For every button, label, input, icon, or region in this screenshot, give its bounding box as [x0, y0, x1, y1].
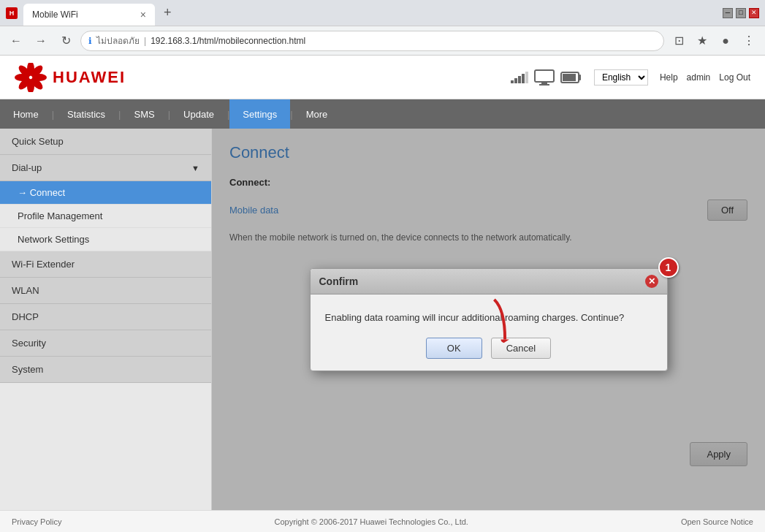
nav-item-statistics[interactable]: Statistics	[54, 99, 118, 129]
ok-button[interactable]: OK	[426, 338, 482, 359]
page-content: HUAWEI	[0, 56, 765, 532]
sidebar-security-label: Security	[12, 338, 46, 349]
open-source-link[interactable]: Open Source Notice	[681, 517, 753, 526]
browser-toolbar: ← → ↻ ℹ ไม่ปลอดภัย | 192.168.3.1/html/mo…	[0, 26, 765, 56]
nav-item-more[interactable]: More	[293, 99, 341, 129]
modal-title: Confirm	[319, 276, 359, 287]
sidebar-section-dialup: Dial-up ▼ Connect Profile Management Net…	[0, 155, 211, 251]
confirm-dialog: Confirm ✕ Enabling data roaming will inc…	[310, 268, 668, 371]
hw-logo: HUAWEI	[15, 63, 126, 92]
tab-close-button[interactable]: ×	[140, 9, 146, 20]
maximize-button[interactable]: □	[736, 8, 746, 18]
browser-titlebar: H Mobile WiFi × + ─ □ ✕	[0, 0, 765, 26]
bookmark-button[interactable]: ★	[692, 31, 712, 51]
modal-overlay: Confirm ✕ Enabling data roaming will inc…	[212, 129, 765, 510]
tab-title: Mobile WiFi	[32, 10, 78, 20]
hw-sidebar: Quick Setup Dial-up ▼ Connect Profile Ma…	[0, 129, 212, 510]
nav-item-update[interactable]: Update	[170, 99, 227, 129]
sidebar-header-system[interactable]: System	[0, 357, 211, 383]
browser-tab[interactable]: Mobile WiFi ×	[23, 4, 155, 26]
sidebar-wifi-extender-label: Wi-Fi Extender	[12, 259, 75, 270]
privacy-policy-link[interactable]: Privacy Policy	[12, 517, 61, 526]
sidebar-header-wlan[interactable]: WLAN	[0, 278, 211, 304]
sidebar-section-wlan: WLAN	[0, 278, 211, 304]
sidebar-header-dhcp[interactable]: DHCP	[0, 304, 211, 330]
window-controls: ─ □ ✕	[723, 8, 759, 18]
sidebar-system-label: System	[12, 364, 43, 375]
logout-link[interactable]: Log Out	[719, 72, 750, 83]
battery-icon	[560, 71, 582, 84]
nav-item-home[interactable]: Home	[0, 99, 52, 129]
huawei-logo-icon	[15, 63, 47, 92]
cast-button[interactable]: ⊡	[669, 31, 689, 51]
modal-titlebar: Confirm ✕	[311, 269, 667, 294]
modal-body: Enabling data roaming will incur additio…	[311, 294, 667, 370]
hw-footer: Privacy Policy Copyright © 2006-2017 Hua…	[0, 510, 765, 532]
nav-item-settings[interactable]: Settings	[229, 99, 290, 129]
monitor-icon	[534, 69, 555, 86]
copyright-text: Copyright © 2006-2017 Huawei Technologie…	[275, 517, 468, 526]
browser-favicon: H	[6, 7, 18, 19]
hw-status-icons	[511, 69, 582, 86]
close-button[interactable]: ✕	[749, 8, 759, 18]
address-text: 192.168.3.1/html/mobileconnection.html	[151, 36, 656, 46]
help-link[interactable]: Help	[660, 72, 678, 83]
sidebar-item-profile-management[interactable]: Profile Management	[0, 205, 211, 228]
modal-message: Enabling data roaming will incur additio…	[325, 312, 652, 323]
refresh-button[interactable]: ↻	[56, 31, 76, 51]
hw-content: Connect Connect: Mobile data Off When th…	[212, 129, 765, 510]
sidebar-header-security[interactable]: Security	[0, 330, 211, 357]
admin-label: admin	[687, 72, 711, 83]
sidebar-header-dialup[interactable]: Dial-up ▼	[0, 155, 211, 181]
svg-rect-12	[579, 75, 581, 80]
sidebar-dhcp-label: DHCP	[12, 311, 39, 322]
address-bar[interactable]: ℹ ไม่ปลอดภัย | 192.168.3.1/html/mobileco…	[80, 31, 664, 51]
sidebar-wlan-label: WLAN	[12, 285, 39, 296]
language-select[interactable]: English	[594, 69, 648, 86]
sidebar-section-dhcp: DHCP	[0, 304, 211, 330]
sidebar-quick-setup-label: Quick Setup	[12, 136, 64, 147]
hw-header-right: English Help admin Log Out	[511, 69, 750, 86]
browser-frame: H Mobile WiFi × + ─ □ ✕ ← → ↻ ℹ ไม่ปลอดภ…	[0, 0, 765, 532]
profile-button[interactable]: ●	[715, 31, 736, 51]
hw-header: HUAWEI	[0, 56, 765, 99]
sidebar-dialup-arrow: ▼	[191, 164, 199, 172]
minimize-button[interactable]: ─	[723, 8, 733, 18]
sidebar-section-system: System	[0, 357, 211, 383]
security-label: ไม่ปลอดภัย	[96, 34, 140, 48]
address-separator: |	[144, 36, 146, 46]
svg-rect-8	[535, 70, 554, 82]
sidebar-section-security: Security	[0, 330, 211, 357]
new-tab-button[interactable]: +	[161, 5, 175, 20]
nav-item-sms[interactable]: SMS	[121, 99, 167, 129]
sidebar-item-connect[interactable]: Connect	[0, 181, 211, 205]
cancel-button[interactable]: Cancel	[491, 338, 551, 359]
svg-rect-13	[563, 74, 576, 81]
hw-main: Quick Setup Dial-up ▼ Connect Profile Ma…	[0, 129, 765, 510]
forward-button[interactable]: →	[31, 31, 51, 51]
back-button[interactable]: ←	[6, 31, 26, 51]
svg-rect-9	[541, 82, 547, 84]
security-icon: ℹ	[88, 36, 92, 46]
modal-close-button[interactable]: ✕	[645, 275, 658, 288]
hw-logo-text: HUAWEI	[53, 68, 126, 87]
sidebar-header-wifi-extender[interactable]: Wi-Fi Extender	[0, 251, 211, 278]
sidebar-dialup-label: Dial-up	[12, 162, 42, 173]
signal-icon	[511, 72, 528, 83]
menu-button[interactable]: ⋮	[739, 31, 759, 51]
modal-buttons: OK Cancel	[325, 338, 652, 359]
sidebar-section-quick-setup: Quick Setup	[0, 129, 211, 155]
sidebar-header-quick-setup[interactable]: Quick Setup	[0, 129, 211, 155]
toolbar-actions: ⊡ ★ ● ⋮	[669, 31, 759, 51]
hw-nav: Home | Statistics | SMS | Update | Setti…	[0, 99, 765, 129]
sidebar-item-network-settings[interactable]: Network Settings	[0, 228, 211, 251]
svg-rect-10	[539, 84, 549, 86]
hw-links: Help admin Log Out	[660, 72, 750, 83]
sidebar-section-wifi-extender: Wi-Fi Extender	[0, 251, 211, 278]
